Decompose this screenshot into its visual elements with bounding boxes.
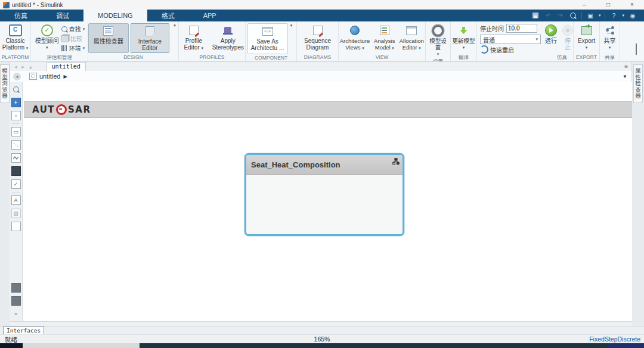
analysis-model-button[interactable]: Analysis Model ▾ — [371, 23, 398, 52]
group-evaluate: ✓ 模型顾问 ▾ 查找 ▾ 比较 环境 ▾ — [31, 21, 88, 61]
sequence-diagram-button[interactable]: Sequence Diagram — [299, 23, 337, 51]
restore-button[interactable]: □ — [596, 0, 620, 10]
left-panel-strip: 模型浏览器 — [0, 62, 10, 327]
annotation-icon[interactable]: A — [11, 195, 21, 205]
tab-simulation[interactable]: 仿真 — [0, 10, 42, 21]
stop-button: 停止 — [561, 23, 574, 51]
viewmark-camera-icon[interactable] — [11, 283, 21, 293]
nav-up-icon[interactable]: ▴ — [29, 64, 32, 70]
interfaces-tab-row: Interfaces — [0, 326, 644, 335]
tab-debug[interactable]: 调试 — [42, 10, 83, 21]
environment-button[interactable]: 环境 ▾ — [61, 44, 85, 52]
breadcrumb-dropdown-icon[interactable]: ▼ — [623, 74, 627, 79]
tab-app[interactable]: APP — [189, 10, 231, 21]
architecture-views-button[interactable]: Architecture Views ▾ — [339, 23, 371, 52]
document-tab-untitled[interactable]: untitled — [47, 62, 86, 71]
help-icon[interactable]: ? — [609, 11, 618, 20]
image-annotation-icon[interactable]: ▨ — [11, 209, 21, 218]
fast-restart-button[interactable]: 快速重启 — [480, 46, 541, 53]
tab-modeling[interactable]: MODELING — [83, 10, 147, 21]
group-label-compile: 编译 — [451, 54, 476, 61]
share-button[interactable]: 共享 ▾ — [603, 23, 617, 51]
update-model-button[interactable]: 更新模型 ▾ — [451, 23, 476, 51]
export-icon — [581, 26, 592, 35]
status-ready-text: 就绪 — [5, 335, 17, 344]
viewport-icon[interactable]: ⋱ — [11, 140, 21, 150]
composition-block[interactable]: Seat_Heat_Composition — [244, 153, 404, 236]
model-block-icon — [29, 73, 37, 80]
export-button[interactable]: Export ▾ — [577, 23, 596, 51]
model-advisor-button[interactable]: ✓ 模型顾问 ▾ — [34, 23, 60, 51]
group-label-platform: PLATFORM — [0, 54, 30, 61]
save-as-architecture-button[interactable]: <·> Save As Architectu ... — [247, 23, 288, 54]
library-browser-icon[interactable]: + — [11, 98, 21, 107]
capture-dropdown-icon[interactable]: ▾ — [599, 13, 601, 18]
zoom-fit-icon[interactable]: ▫ — [11, 111, 21, 120]
palette-separator — [12, 123, 20, 124]
explorer-bar-toggle-icon[interactable]: ◂ — [13, 73, 21, 80]
share-icon — [606, 26, 614, 35]
apply-stereotypes-button[interactable]: Apply Stereotypes — [211, 23, 245, 51]
breadcrumb-caret-icon[interactable]: ▶ — [63, 74, 67, 79]
autosar-logo: AUT SAR — [32, 104, 91, 115]
capture-icon[interactable]: ▣ — [586, 11, 595, 20]
property-inspector-button[interactable]: 属性检查器 — [88, 23, 129, 53]
classic-platform-button[interactable]: C Classic Platform ▾ — [0, 23, 30, 52]
property-inspector-icon — [103, 26, 113, 36]
update-model-icon — [460, 27, 467, 34]
stop-icon — [562, 25, 573, 36]
property-inspector-vertical-tab[interactable]: 属性检查器 — [633, 64, 643, 103]
nav-forward-icon[interactable]: ▸ — [22, 64, 25, 70]
windows-taskbar[interactable] — [0, 343, 644, 348]
allocation-editor-button[interactable]: Allocation Editor ▾ — [398, 23, 425, 52]
tab-list-menu-icon[interactable]: ≡ — [624, 63, 628, 70]
zoom-icon[interactable] — [11, 85, 21, 94]
qat-separator — [581, 12, 582, 19]
undo-icon[interactable]: ↶ — [544, 11, 552, 20]
compare-button: 比较 — [61, 34, 85, 43]
hierarchy-badge-icon[interactable] — [392, 157, 400, 167]
community-icon[interactable]: ◉ — [628, 11, 637, 20]
save-icon[interactable] — [531, 11, 540, 20]
group-platform: C Classic Platform ▾ PLATFORM — [0, 21, 31, 61]
design-more-button[interactable]: ▾ — [171, 23, 178, 28]
right-panel-strip: 属性检查器 — [631, 62, 644, 327]
tab-format[interactable]: 格式 — [147, 10, 189, 21]
environment-icon — [61, 45, 67, 51]
component-more-button[interactable]: ▾ — [288, 23, 295, 28]
search-icon[interactable] — [569, 11, 577, 20]
check-box-icon[interactable]: ✓ — [11, 179, 21, 189]
model-settings-button[interactable]: 模型设置 ▾ — [426, 23, 450, 58]
model-canvas[interactable]: AUT SAR Seat_Heat_Composition — [23, 82, 632, 322]
signal-scope-icon[interactable] — [11, 153, 21, 163]
simulation-mode-select[interactable]: 普通 ▾ — [480, 35, 541, 44]
autosar-logo-left: AUT — [32, 104, 55, 115]
collapse-ribbon-button[interactable] — [636, 45, 644, 61]
signal-table-icon[interactable] — [11, 166, 21, 176]
close-button[interactable]: × — [620, 0, 644, 10]
group-settings: 模型设置 ▾ 设置 — [426, 21, 451, 61]
composition-block-header[interactable]: Seat_Heat_Composition — [246, 155, 402, 175]
palette-expand-icon[interactable]: » — [11, 309, 21, 319]
group-label-component: COMPONENT — [246, 54, 296, 61]
area-box-icon[interactable] — [11, 222, 21, 231]
status-solver-link[interactable]: FixedStepDiscrete — [589, 335, 640, 343]
viewmark-gallery-icon[interactable] — [11, 296, 21, 306]
stop-time-input[interactable] — [506, 24, 537, 33]
taskbar-active-app[interactable] — [23, 343, 140, 348]
interface-editor-button[interactable]: Interface Editor — [131, 23, 170, 53]
find-button[interactable]: 查找 ▾ — [61, 24, 85, 33]
minimize-button[interactable]: – — [572, 0, 596, 10]
profile-editor-button[interactable]: Profile Editor ▾ — [179, 23, 209, 52]
nav-back-icon[interactable]: ◂ — [14, 64, 17, 70]
editor-palette-toolbar: + ▫ ▭ ⋱ ✓ A ▨ » — [10, 82, 23, 322]
interfaces-tab[interactable]: Interfaces — [3, 327, 44, 335]
help-dropdown-icon[interactable]: ▾ — [622, 13, 624, 18]
run-button[interactable]: 运行 — [544, 23, 558, 45]
breadcrumb-item-untitled[interactable]: untitled — [39, 73, 60, 80]
model-browser-vertical-tab[interactable]: 模型浏览器 — [0, 64, 10, 103]
subsystem-icon[interactable]: ▭ — [11, 127, 21, 136]
interface-editor-icon — [145, 26, 154, 36]
redo-icon[interactable]: ↷ — [556, 11, 565, 20]
stop-time-label: 停止时间 — [480, 24, 504, 33]
